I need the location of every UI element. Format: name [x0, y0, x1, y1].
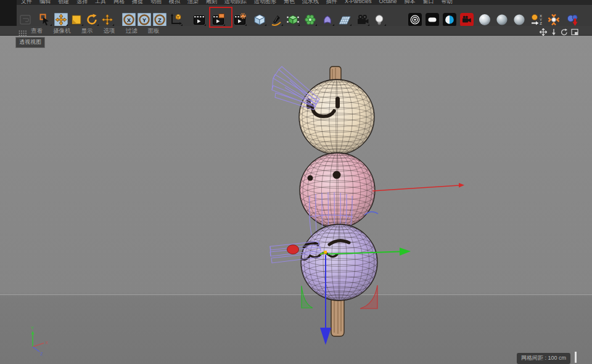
- menu-item[interactable]: 工具: [91, 0, 110, 5]
- menu-item[interactable]: 窗口: [419, 0, 438, 5]
- floor-environment-icon[interactable]: [338, 13, 352, 26]
- axis-y-label: Y: [31, 325, 34, 331]
- menu-item[interactable]: 动画: [147, 0, 165, 5]
- menu-item[interactable]: 渲染: [184, 0, 202, 5]
- lock-y-axis-button[interactable]: Y: [138, 13, 151, 26]
- menu-item[interactable]: 模拟: [165, 0, 184, 5]
- menu-item[interactable]: 创建: [54, 0, 73, 5]
- add-cube-icon[interactable]: [253, 13, 266, 26]
- menu-item[interactable]: 脚本: [401, 0, 419, 5]
- octane-camera-icon[interactable]: [460, 13, 474, 26]
- octane-objects-icon[interactable]: [565, 13, 579, 26]
- panel-edge-highlight: [575, 352, 577, 363]
- lock-x-axis-button[interactable]: X: [122, 13, 136, 26]
- window-edge-strip: [0, 0, 17, 26]
- menu-item[interactable]: 流水线: [298, 0, 323, 5]
- subdivision-surface-icon[interactable]: [286, 13, 300, 26]
- ground-plane: [0, 295, 592, 364]
- octane-specular-material-icon[interactable]: [512, 13, 526, 26]
- deformer-icon[interactable]: [321, 13, 334, 26]
- octane-live-viewer-icon[interactable]: [408, 13, 422, 26]
- svg-text:Z: Z: [540, 22, 542, 25]
- menu-item[interactable]: 插件: [323, 0, 341, 5]
- spline-pen-icon[interactable]: [269, 13, 283, 26]
- grid-spacing-label: 网格间距 : 100 cm: [517, 353, 570, 364]
- scale-tool-icon[interactable]: [70, 13, 83, 26]
- menu-item[interactable]: 雕刻: [202, 0, 221, 5]
- svg-text:Y: Y: [142, 17, 146, 23]
- lock-z-axis-button[interactable]: Z: [153, 13, 166, 26]
- svg-text:X: X: [127, 17, 131, 23]
- panel-grip-icon[interactable]: [18, 28, 27, 39]
- mograph-cloner-icon[interactable]: [303, 13, 317, 26]
- viewport-menu-filter[interactable]: 过滤: [126, 26, 138, 35]
- light-icon[interactable]: [372, 13, 386, 26]
- gizmo-red-handle[interactable]: [287, 245, 299, 254]
- viewport-menu-camera[interactable]: 摄像机: [53, 26, 71, 35]
- menu-item[interactable]: 帮助: [438, 0, 456, 5]
- menu-item[interactable]: 运动图形: [250, 0, 280, 5]
- menu-item[interactable]: 编辑: [36, 0, 54, 5]
- rotate-view-icon[interactable]: [561, 27, 568, 34]
- viewport-menu-options[interactable]: 选项: [104, 26, 115, 35]
- scene-3d[interactable]: Y X Z: [0, 35, 592, 364]
- octane-scatter-icon[interactable]: [547, 13, 561, 26]
- axis-z-label: Z: [40, 351, 43, 357]
- octane-daylight-icon[interactable]: [443, 13, 456, 26]
- render-settings-icon[interactable]: [233, 13, 247, 26]
- render-view-icon[interactable]: [192, 13, 206, 26]
- pan-view-icon[interactable]: [540, 27, 547, 34]
- toggle-view-layout-icon[interactable]: [571, 27, 578, 34]
- viewport-menu-panel[interactable]: 面板: [148, 26, 160, 35]
- camera-icon[interactable]: [356, 13, 369, 26]
- perspective-viewport[interactable]: Y X Z 透视视图 网格间距 : 100 cm: [0, 35, 592, 364]
- menu-item[interactable]: 角色: [280, 0, 298, 5]
- last-tool-icon[interactable]: [101, 13, 114, 26]
- menu-item[interactable]: 捕捉: [128, 0, 147, 5]
- octane-glossy-material-icon[interactable]: [495, 13, 509, 26]
- viewport-menu-display[interactable]: 显示: [81, 26, 93, 35]
- octane-diffuse-material-icon[interactable]: [478, 13, 491, 26]
- octane-object-tag-icon[interactable]: XYZ: [530, 13, 543, 26]
- move-tool-icon[interactable]: [54, 13, 68, 26]
- coordinate-system-icon[interactable]: [169, 13, 183, 26]
- gizmo-red-axis[interactable]: [372, 183, 464, 191]
- menu-item[interactable]: X-Particles: [341, 0, 376, 5]
- main-menubar: 文件 编辑 创建 选择 工具 网格 捕捉 动画 模拟 渲染 雕刻 运动跟踪 运动…: [0, 0, 592, 5]
- main-toolbar: X Y Z: [0, 5, 592, 26]
- zoom-view-icon[interactable]: [550, 27, 557, 34]
- octane-settings-icon[interactable]: [426, 13, 439, 26]
- undo-icon: [18, 13, 32, 26]
- menu-item[interactable]: 文件: [17, 0, 36, 5]
- axis-x-label: X: [45, 340, 48, 346]
- menu-item[interactable]: Octane: [376, 0, 401, 5]
- menu-item[interactable]: 选择: [73, 0, 91, 5]
- rotate-tool-icon[interactable]: [85, 13, 99, 26]
- viewport-menu-view[interactable]: 查看: [31, 26, 43, 35]
- viewport-menubar: 查看 摄像机 显示 选项 过滤 面板: [0, 26, 592, 36]
- menu-item[interactable]: 运动跟踪: [221, 0, 250, 5]
- menu-item[interactable]: 网格: [110, 0, 128, 5]
- annotation-highlight-box: [209, 7, 232, 28]
- bottom-sphere[interactable]: [301, 224, 377, 301]
- live-selection-tool-icon[interactable]: [38, 13, 52, 26]
- svg-text:Z: Z: [158, 17, 162, 23]
- top-sphere[interactable]: [299, 79, 374, 155]
